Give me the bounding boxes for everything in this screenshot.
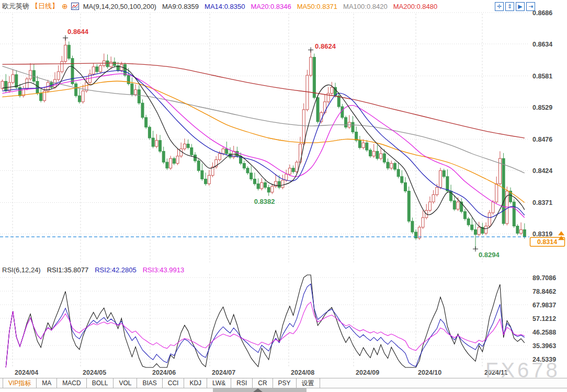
ma50-value: MA50:0.8371 bbox=[297, 3, 337, 10]
period-label: 【日线】 bbox=[31, 2, 59, 11]
high-price-annotation: 0.8624 bbox=[315, 42, 336, 50]
x-axis-label: 2024/10 bbox=[418, 369, 441, 376]
rsi-axis-label: 67.9837 bbox=[532, 302, 556, 309]
rsi-axis-label: 57.1212 bbox=[532, 315, 556, 322]
ma-group-label: MA(9,14,20,50,100,200) bbox=[83, 3, 156, 10]
price-axis-label: 0.8424 bbox=[532, 167, 552, 175]
x-axis-label: 2024/05 bbox=[83, 369, 106, 376]
tab-vip-indicator[interactable]: VIP指标 bbox=[3, 378, 37, 388]
jump-latest-tool-icon[interactable]: ⇥ bbox=[526, 2, 535, 11]
low-price-annotation: 0.8294 bbox=[479, 251, 500, 259]
ma200-value: MA200:0.8480 bbox=[393, 3, 438, 10]
tab-ma[interactable]: MA bbox=[37, 378, 57, 388]
rsi-lines bbox=[6, 275, 525, 367]
chart-header: 欧元英镑【日线】 ⊕ MA(9,14,20,50,100,200) MA9:0.… bbox=[0, 0, 437, 13]
price-and-rsi-chart: 0.86860.86340.85810.85290.84760.84240.83… bbox=[0, 0, 567, 392]
rsi2-value: RSI2:42.2805 bbox=[95, 266, 137, 274]
symbol-name: 欧元英镑 bbox=[2, 2, 29, 11]
price-axis-label: 0.8476 bbox=[532, 136, 552, 143]
tab-boll[interactable]: BOLL bbox=[87, 378, 114, 388]
tab-cci[interactable]: CCI bbox=[163, 378, 185, 388]
scrollbar-arrow-icon bbox=[253, 388, 263, 392]
y-scale-tool-icon[interactable]: ⇕ bbox=[505, 2, 514, 11]
price-axis-label: 0.8529 bbox=[532, 104, 552, 111]
bottom-scrollbar-thumb[interactable] bbox=[213, 388, 307, 392]
ma-line-ma100 bbox=[3, 66, 525, 173]
tab-lw[interactable]: LW& bbox=[207, 378, 231, 388]
move-tool-icon[interactable]: ✛ bbox=[495, 2, 504, 11]
candles bbox=[1, 38, 526, 249]
price-axis-label: 0.8686 bbox=[532, 9, 552, 17]
price-axis-label: 0.8371 bbox=[532, 199, 552, 206]
extreme-cross-marker bbox=[63, 36, 68, 41]
tab-vol[interactable]: VOL bbox=[114, 378, 137, 388]
x-axis-label: 2024/04 bbox=[15, 369, 38, 376]
ma9-value: MA9:0.8359 bbox=[162, 3, 199, 10]
extreme-cross-marker bbox=[473, 246, 478, 251]
x-axis-label: 2024/09 bbox=[356, 369, 379, 376]
extreme-cross-marker bbox=[308, 48, 313, 53]
rsi-axis-label: 35.3963 bbox=[532, 342, 556, 350]
price-axis-label: 0.8581 bbox=[532, 73, 552, 80]
price-axis-label: 0.8634 bbox=[532, 41, 552, 48]
low-price-annotation: 0.8382 bbox=[254, 198, 275, 205]
bottom-scrollbar bbox=[0, 388, 567, 392]
x-axis-label: 2024/07 bbox=[212, 369, 235, 376]
rsi-axis-label: 89.7086 bbox=[532, 274, 556, 282]
tab-psy[interactable]: PSY bbox=[273, 378, 297, 388]
rsi-axis-label: 78.8462 bbox=[532, 288, 556, 295]
rsi1-value: RSI1:35.8077 bbox=[47, 266, 89, 274]
overlays: 0.83140.86440.86240.83820.8294 bbox=[0, 28, 565, 259]
ma20-value: MA20:0.8346 bbox=[251, 3, 291, 10]
price-axis-label: 0.8319 bbox=[532, 230, 552, 238]
tab-rsi[interactable]: RSI bbox=[231, 378, 253, 388]
pan-right-tool-icon[interactable]: ▶ bbox=[516, 2, 525, 11]
rsi-line-1 bbox=[6, 275, 525, 367]
add-indicator-icon[interactable]: ⊕ bbox=[62, 2, 68, 10]
ma100-value: MA100:0.8420 bbox=[343, 3, 388, 10]
rsi-header: RSI(6,12,24) RSI1:35.8077 RSI2:42.2805 R… bbox=[2, 265, 184, 274]
last-price-value: 0.8314 bbox=[537, 238, 557, 246]
tab-settings[interactable]: 设置 bbox=[297, 378, 320, 388]
chart-style-icon[interactable] bbox=[71, 3, 79, 10]
x-axis-label: 2024/06 bbox=[152, 369, 176, 376]
tab-cr[interactable]: CR bbox=[253, 378, 273, 388]
x-axis: 2024/042024/052024/062024/072024/082024/… bbox=[0, 368, 567, 378]
indicator-tabbar: VIP指标 MA MACD BOLL VOL BIAS CCI KDJ LW& … bbox=[0, 378, 567, 388]
rsi-group-label: RSI(6,12,24) bbox=[2, 266, 41, 274]
rsi-line-2 bbox=[6, 284, 525, 367]
rsi3-value: RSI3:43.9913 bbox=[143, 266, 185, 274]
x-axis-label: 2024/08 bbox=[291, 369, 314, 376]
gridlines: 0.86860.86340.85810.85290.84760.84240.83… bbox=[0, 9, 556, 368]
tab-bias[interactable]: BIAS bbox=[137, 378, 162, 388]
ma14-value: MA14:0.8350 bbox=[205, 3, 245, 10]
chart-application-window: 0.86860.86340.85810.85290.84760.84240.83… bbox=[0, 0, 567, 392]
chart-toolbar: ✛ ⇕ ▶ ⇥ bbox=[495, 2, 535, 11]
tab-macd[interactable]: MACD bbox=[57, 378, 86, 388]
tab-kdj[interactable]: KDJ bbox=[184, 378, 207, 388]
rsi-axis-label: 46.2588 bbox=[532, 329, 556, 336]
high-price-annotation: 0.8644 bbox=[67, 28, 89, 36]
